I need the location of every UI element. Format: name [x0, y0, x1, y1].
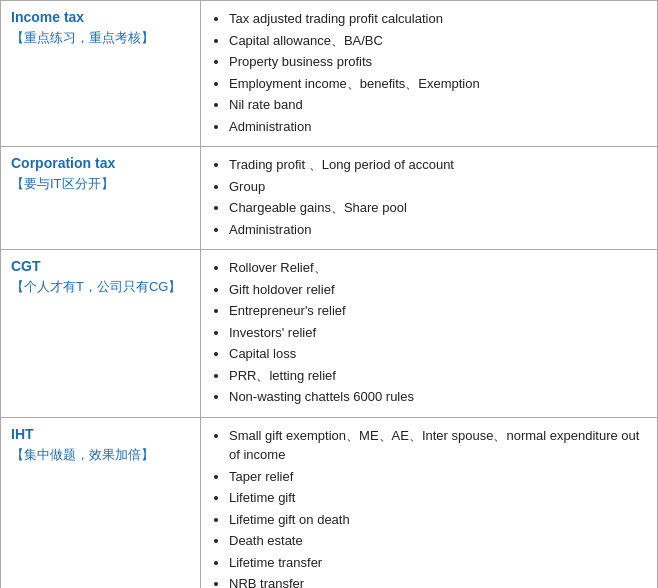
topic-cell-income-tax: Income tax【重点练习，重点考核】 — [1, 1, 201, 147]
table-row: IHT【集中做题，效果加倍】Small gift exemption、ME、AE… — [1, 417, 658, 588]
table-row: Corporation tax【要与IT区分开】Trading profit 、… — [1, 147, 658, 250]
topic-title-iht: IHT — [11, 426, 190, 442]
topic-cell-cgt: CGT【个人才有T，公司只有CG】 — [1, 250, 201, 418]
list-item: Gift holdover relief — [229, 280, 647, 300]
list-item: Lifetime gift on death — [229, 510, 647, 530]
list-item: Capital allowance、BA/BC — [229, 31, 647, 51]
list-item: Small gift exemption、ME、AE、Inter spouse、… — [229, 426, 647, 465]
list-item: Administration — [229, 220, 647, 240]
items-list-income-tax: Tax adjusted trading profit calculationC… — [211, 9, 647, 136]
list-item: Nil rate band — [229, 95, 647, 115]
list-item: PRR、letting relief — [229, 366, 647, 386]
list-item: Property business profits — [229, 52, 647, 72]
list-item: Trading profit 、Long period of account — [229, 155, 647, 175]
items-cell-corporation-tax: Trading profit 、Long period of accountGr… — [201, 147, 658, 250]
list-item: Tax adjusted trading profit calculation — [229, 9, 647, 29]
table-row: Income tax【重点练习，重点考核】Tax adjusted tradin… — [1, 1, 658, 147]
table-row: CGT【个人才有T，公司只有CG】Rollover Relief、Gift ho… — [1, 250, 658, 418]
topic-cell-corporation-tax: Corporation tax【要与IT区分开】 — [1, 147, 201, 250]
list-item: Investors' relief — [229, 323, 647, 343]
items-list-corporation-tax: Trading profit 、Long period of accountGr… — [211, 155, 647, 239]
list-item: Lifetime gift — [229, 488, 647, 508]
topic-note-iht: 【集中做题，效果加倍】 — [11, 446, 190, 464]
topic-note-corporation-tax: 【要与IT区分开】 — [11, 175, 190, 193]
items-list-cgt: Rollover Relief、Gift holdover reliefEntr… — [211, 258, 647, 407]
list-item: Death estate — [229, 531, 647, 551]
list-item: Taper relief — [229, 467, 647, 487]
items-cell-cgt: Rollover Relief、Gift holdover reliefEntr… — [201, 250, 658, 418]
topic-title-income-tax: Income tax — [11, 9, 190, 25]
list-item: Capital loss — [229, 344, 647, 364]
list-item: Entrepreneur's relief — [229, 301, 647, 321]
list-item: Rollover Relief、 — [229, 258, 647, 278]
topic-title-corporation-tax: Corporation tax — [11, 155, 190, 171]
list-item: Lifetime transfer — [229, 553, 647, 573]
topic-note-income-tax: 【重点练习，重点考核】 — [11, 29, 190, 47]
list-item: Administration — [229, 117, 647, 137]
list-item: Chargeable gains、Share pool — [229, 198, 647, 218]
items-list-iht: Small gift exemption、ME、AE、Inter spouse、… — [211, 426, 647, 589]
topic-title-cgt: CGT — [11, 258, 190, 274]
topic-cell-iht: IHT【集中做题，效果加倍】 — [1, 417, 201, 588]
items-cell-income-tax: Tax adjusted trading profit calculationC… — [201, 1, 658, 147]
list-item: Employment income、benefits、Exemption — [229, 74, 647, 94]
list-item: NRB transfer — [229, 574, 647, 588]
main-table: Income tax【重点练习，重点考核】Tax adjusted tradin… — [0, 0, 658, 588]
items-cell-iht: Small gift exemption、ME、AE、Inter spouse、… — [201, 417, 658, 588]
list-item: Non-wasting chattels 6000 rules — [229, 387, 647, 407]
topic-note-cgt: 【个人才有T，公司只有CG】 — [11, 278, 190, 296]
list-item: Group — [229, 177, 647, 197]
